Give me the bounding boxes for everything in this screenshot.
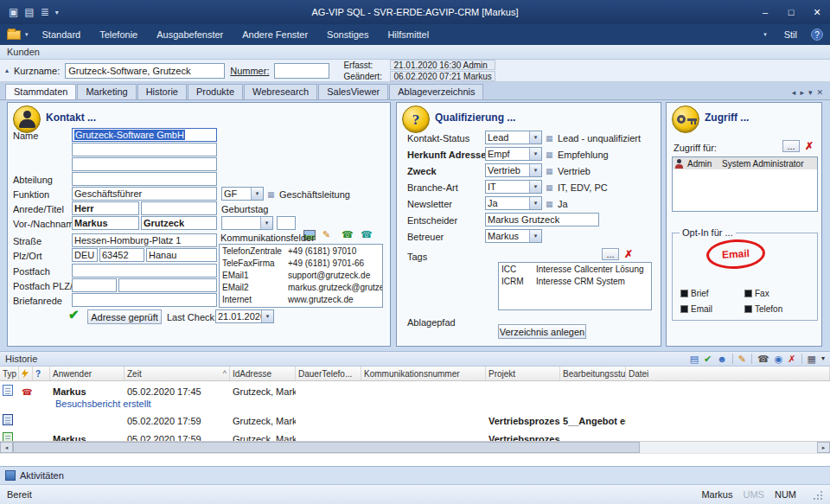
new-entry-icon[interactable]: ▤ bbox=[690, 354, 699, 364]
col-bearbeitungsstufe[interactable]: Bearbeitungsstufe bbox=[560, 367, 626, 380]
collapse-record-icon[interactable]: ▴ bbox=[5, 67, 9, 74]
herkunft-select[interactable]: Empf▾ bbox=[485, 147, 542, 161]
entscheider-input[interactable]: Markus Grutzeck bbox=[485, 213, 599, 226]
last-check-date-picker[interactable]: 21.01.2020▾ bbox=[215, 309, 274, 323]
strasse-input[interactable]: Hessen-Homburg-Platz 1 bbox=[72, 233, 217, 247]
nummer-input[interactable] bbox=[274, 63, 329, 79]
tab-ablageverzeichnis[interactable]: Ablageverzeichnis bbox=[389, 84, 483, 99]
adresse-geprueft-button[interactable]: Adresse geprüft bbox=[87, 309, 162, 324]
quick-access-dropdown-icon[interactable]: ▾ bbox=[55, 9, 59, 16]
titel-input[interactable] bbox=[141, 201, 217, 215]
brief-checkbox[interactable] bbox=[680, 290, 688, 297]
name-line2-input[interactable] bbox=[72, 143, 217, 156]
menu-hilfsmittel[interactable]: Hilfsmittel bbox=[379, 27, 437, 42]
verzeichnis-anlegen-button[interactable]: Verzeichnis anlegen bbox=[498, 324, 586, 339]
tab-marketing[interactable]: Marketing bbox=[77, 84, 136, 99]
geburtstag-select[interactable]: ▾ bbox=[221, 216, 273, 230]
phone-icon[interactable]: ☎ bbox=[342, 229, 354, 239]
kurzname-input[interactable]: Grutzeck-Software, Grutzeck bbox=[65, 63, 225, 79]
plz-input[interactable]: 63452 bbox=[99, 248, 144, 262]
funktion-code-select[interactable]: GF▾ bbox=[221, 187, 264, 201]
komm-row[interactable]: EMail1support@grutzeck.de bbox=[220, 269, 382, 281]
email-checkbox[interactable] bbox=[680, 305, 688, 313]
briefanrede-input[interactable] bbox=[72, 293, 217, 307]
menu-telefonie[interactable]: Telefonie bbox=[91, 27, 146, 42]
phone-entry-icon[interactable]: ☎ bbox=[757, 354, 769, 364]
scroll-left-icon[interactable]: ◂ bbox=[0, 442, 13, 453]
mark-done-icon[interactable]: ✔ bbox=[704, 354, 712, 364]
tab-scroll-right-icon[interactable]: ▸ bbox=[800, 88, 804, 97]
minimize-button[interactable]: – bbox=[752, 3, 778, 22]
abteilung-input[interactable] bbox=[72, 172, 217, 186]
tags-browse-button[interactable]: ... bbox=[602, 248, 619, 260]
col-flag[interactable] bbox=[19, 367, 33, 380]
menu-stil[interactable]: Stil bbox=[776, 27, 806, 42]
zweck-select[interactable]: Vertrieb▾ bbox=[485, 163, 542, 177]
resize-grip[interactable] bbox=[812, 489, 823, 501]
close-button[interactable]: ✕ bbox=[804, 3, 830, 22]
komm-row[interactable]: TelefonZentrale+49 (6181) 97010 bbox=[220, 245, 382, 257]
tags-remove-icon[interactable]: ✗ bbox=[624, 249, 633, 259]
scroll-right-icon[interactable]: ▸ bbox=[817, 442, 830, 453]
name-line3-input[interactable] bbox=[72, 157, 217, 171]
col-typ[interactable]: Typ bbox=[0, 367, 19, 380]
save-icon[interactable]: ▣ bbox=[9, 7, 18, 17]
contacts-icon[interactable]: ☻ bbox=[717, 354, 727, 364]
horizontal-scrollbar[interactable]: ◂ ▸ bbox=[0, 441, 830, 453]
col-status[interactable]: ? bbox=[33, 367, 50, 380]
col-dauer[interactable]: DauerTelefo... bbox=[296, 367, 361, 380]
tab-stammdaten[interactable]: Stammdaten bbox=[5, 84, 76, 99]
phone-forward-icon[interactable]: ☎ bbox=[361, 229, 373, 239]
col-datei[interactable]: Datei bbox=[626, 367, 830, 380]
tags-listbox[interactable]: ICCInteresse Callcenter Lösung ICRMInter… bbox=[498, 262, 652, 310]
zugriff-remove-icon[interactable]: ✗ bbox=[805, 141, 814, 151]
help-icon[interactable]: ? bbox=[811, 29, 823, 41]
betreuer-select[interactable]: Markus▾ bbox=[485, 229, 542, 243]
record-view-icon[interactable]: ◉ bbox=[775, 354, 783, 364]
tab-webresearch[interactable]: Webresearch bbox=[244, 84, 317, 99]
tab-salesviewer[interactable]: SalesViewer bbox=[318, 84, 388, 99]
komm-row[interactable]: EMail2markus.grutzeck@grutzeck.de bbox=[220, 281, 382, 293]
window-icon[interactable]: ▤ bbox=[24, 7, 34, 17]
col-projekt[interactable]: Projekt bbox=[486, 367, 560, 380]
edit-entry-icon[interactable]: ✎ bbox=[738, 354, 746, 364]
komm-row[interactable]: TeleFaxFirma+49 (6181) 9701-66 bbox=[220, 257, 382, 269]
scrollbar-track[interactable] bbox=[13, 442, 817, 453]
aktivitaeten-bar[interactable]: Aktivitäten bbox=[0, 466, 830, 484]
zugriff-browse-button[interactable]: ... bbox=[782, 140, 800, 152]
funktion-input[interactable]: Geschäftsführer bbox=[72, 187, 217, 201]
tag-row[interactable]: ICCInteresse Callcenter Lösung bbox=[499, 263, 651, 275]
scrollbar-thumb[interactable] bbox=[13, 442, 640, 453]
menu-ausgabefenster[interactable]: Ausgabefenster bbox=[148, 27, 232, 42]
historie-row[interactable]: ☎ Markus 05.02.2020 17:45 Grutzeck, Mark… bbox=[0, 384, 830, 399]
edit-icon[interactable]: ✎ bbox=[322, 229, 330, 239]
kommunikation-listbox[interactable]: TelefonZentrale+49 (6181) 97010 TeleFaxF… bbox=[219, 244, 383, 308]
tab-historie[interactable]: Historie bbox=[137, 84, 187, 99]
anrede-input[interactable]: Herr bbox=[72, 201, 139, 215]
tab-close-icon[interactable]: ✕ bbox=[816, 88, 823, 97]
fax-checkbox[interactable] bbox=[744, 290, 752, 297]
nachname-input[interactable]: Grutzeck bbox=[141, 216, 217, 230]
name-input[interactable]: Grutzeck-Software GmbH bbox=[72, 128, 217, 142]
postfach-input[interactable] bbox=[72, 264, 217, 278]
file-menu-icon[interactable] bbox=[7, 30, 21, 40]
branche-select[interactable]: IT▾ bbox=[485, 180, 542, 194]
komm-row[interactable]: Internetwww.grutzeck.de bbox=[220, 293, 382, 305]
postfach-plz-input[interactable] bbox=[72, 278, 117, 292]
vorname-input[interactable]: Markus bbox=[72, 216, 139, 230]
tag-row[interactable]: ICRMInteresse CRM System bbox=[499, 275, 651, 287]
list-icon[interactable]: ≣ bbox=[41, 7, 49, 17]
zugriff-row[interactable]: Admin System Administrator bbox=[673, 157, 817, 169]
newsletter-select[interactable]: Ja▾ bbox=[485, 196, 542, 210]
file-menu-caret-icon[interactable]: ▾ bbox=[25, 31, 29, 38]
ort-input[interactable]: Hanau bbox=[146, 248, 217, 262]
col-idadresse[interactable]: IdAdresse bbox=[230, 367, 296, 380]
col-zeit[interactable]: Zeit^ bbox=[124, 367, 230, 380]
delete-entry-icon[interactable]: ✗ bbox=[788, 354, 795, 364]
kontakt-status-select[interactable]: Lead▾ bbox=[485, 131, 542, 144]
menu-andere-fenster[interactable]: Andere Fenster bbox=[233, 27, 316, 42]
spinner-icon[interactable]: ▾ bbox=[261, 310, 273, 322]
zugriff-listbox[interactable]: Admin System Administrator bbox=[672, 156, 818, 212]
historie-row[interactable]: 05.02.2020 17:59 Grutzeck, Markus Vertri… bbox=[0, 413, 830, 428]
menu-sonstiges[interactable]: Sonstiges bbox=[318, 27, 377, 42]
